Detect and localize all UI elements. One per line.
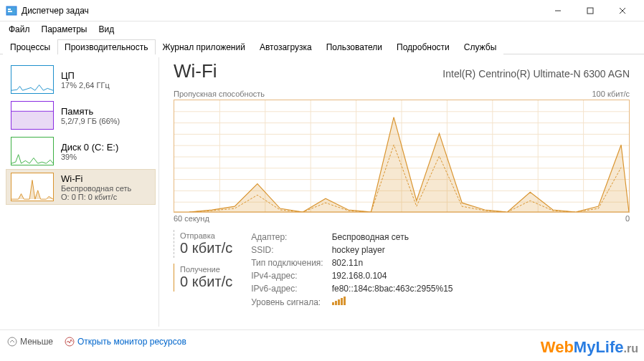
main-panel: Wi-Fi Intel(R) Centrino(R) Ultimate-N 63… <box>162 54 644 329</box>
svg-rect-7 <box>11 111 53 129</box>
open-resource-monitor-link[interactable]: Открыть монитор ресурсов <box>65 337 186 347</box>
close-button[interactable] <box>606 0 638 21</box>
cpu-title: ЦП <box>61 70 110 81</box>
adapter-key: Адаптер: <box>251 231 330 243</box>
sidebar-item-memory[interactable]: Память5,2/7,9 ГБ (66%) <box>6 97 156 133</box>
maximize-button[interactable] <box>574 0 606 21</box>
throughput-chart <box>174 100 630 213</box>
ipv6-key: IPv6-адрес: <box>251 283 330 294</box>
conn-val: 802.11n <box>332 257 460 269</box>
sidebar: ЦП17% 2,64 ГГц Память5,2/7,9 ГБ (66%) Ди… <box>3 57 159 327</box>
wifi-title: Wi-Fi <box>61 173 131 184</box>
chart-max: 100 кбит/с <box>592 90 630 98</box>
cpu-thumb-icon <box>11 65 54 94</box>
monitor-icon <box>65 337 75 347</box>
adapter-name: Intel(R) Centrino(R) Ultimate-N 6300 AGN <box>442 68 630 80</box>
tabs: Процессы Производительность Журнал прило… <box>0 37 644 54</box>
chart-xmin: 60 секунд <box>174 214 209 223</box>
svg-rect-4 <box>587 8 593 14</box>
recv-label: Получение <box>180 265 232 274</box>
ipv4-val: 192.168.0.104 <box>332 270 460 281</box>
tab-details[interactable]: Подробности <box>389 39 457 54</box>
memory-title: Память <box>61 106 120 117</box>
page-title: Wi-Fi <box>174 60 217 82</box>
svg-point-27 <box>8 337 16 346</box>
tab-performance[interactable]: Производительность <box>57 39 155 54</box>
menu-file[interactable]: Файл <box>3 23 36 36</box>
menubar: Файл Параметры Вид <box>0 21 644 37</box>
titlebar: Диспетчер задач <box>0 0 644 21</box>
signal-key: Уровень сигнала: <box>251 296 330 308</box>
app-icon <box>6 5 17 16</box>
tab-services[interactable]: Службы <box>457 39 503 54</box>
memory-thumb-icon <box>11 101 54 130</box>
conn-key: Тип подключения: <box>251 257 330 269</box>
cpu-sub: 17% 2,64 ГГц <box>61 81 110 90</box>
chart-xmax: 0 <box>625 214 630 223</box>
disk-sub: 39% <box>61 153 118 161</box>
ipv6-val: fe80::184c:8bac:463c:2955%15 <box>332 283 460 294</box>
chevron-up-circle-icon <box>7 337 17 347</box>
sidebar-item-wifi[interactable]: Wi-FiБеспроводная сетьО: 0 П: 0 кбит/с <box>6 169 156 205</box>
memory-sub: 5,2/7,9 ГБ (66%) <box>61 117 120 125</box>
menu-options[interactable]: Параметры <box>36 23 93 36</box>
ssid-val: hockey player <box>332 244 460 256</box>
tab-users[interactable]: Пользователи <box>319 39 389 54</box>
tab-apphistory[interactable]: Журнал приложений <box>156 39 252 54</box>
send-label: Отправка <box>180 231 232 240</box>
chart-label: Пропускная способность <box>174 90 265 98</box>
tab-processes[interactable]: Процессы <box>3 39 57 54</box>
content: ЦП17% 2,64 ГГц Память5,2/7,9 ГБ (66%) Ди… <box>0 54 644 329</box>
signal-bars-icon <box>332 297 346 305</box>
ssid-key: SSID: <box>251 244 330 256</box>
menu-view[interactable]: Вид <box>93 23 120 36</box>
sidebar-item-disk[interactable]: Диск 0 (C: E:)39% <box>6 133 156 169</box>
ipv4-key: IPv4-адрес: <box>251 270 330 281</box>
disk-title: Диск 0 (C: E:) <box>61 142 118 153</box>
svg-point-28 <box>65 337 74 346</box>
svg-rect-1 <box>8 9 11 10</box>
minimize-button[interactable] <box>541 0 574 21</box>
wifi-sub2: О: 0 П: 0 кбит/с <box>61 193 131 201</box>
watermark: WebMyLife.ru <box>541 338 638 357</box>
send-value: 0 кбит/с <box>180 240 232 256</box>
wifi-thumb-icon <box>11 173 54 201</box>
fewer-details-button[interactable]: Меньше <box>7 337 53 347</box>
sidebar-item-cpu[interactable]: ЦП17% 2,64 ГГц <box>6 62 156 97</box>
disk-thumb-icon <box>11 137 54 165</box>
adapter-val: Беспроводная сеть <box>332 231 460 243</box>
svg-rect-2 <box>8 11 12 12</box>
wifi-sub: Беспроводная сеть <box>61 184 131 193</box>
recv-value: 0 кбит/с <box>180 274 232 290</box>
connection-details: Адаптер:Беспроводная сеть SSID:hockey pl… <box>250 230 461 309</box>
window-title: Диспетчер задач <box>22 6 541 16</box>
tab-startup[interactable]: Автозагрузка <box>252 39 319 54</box>
